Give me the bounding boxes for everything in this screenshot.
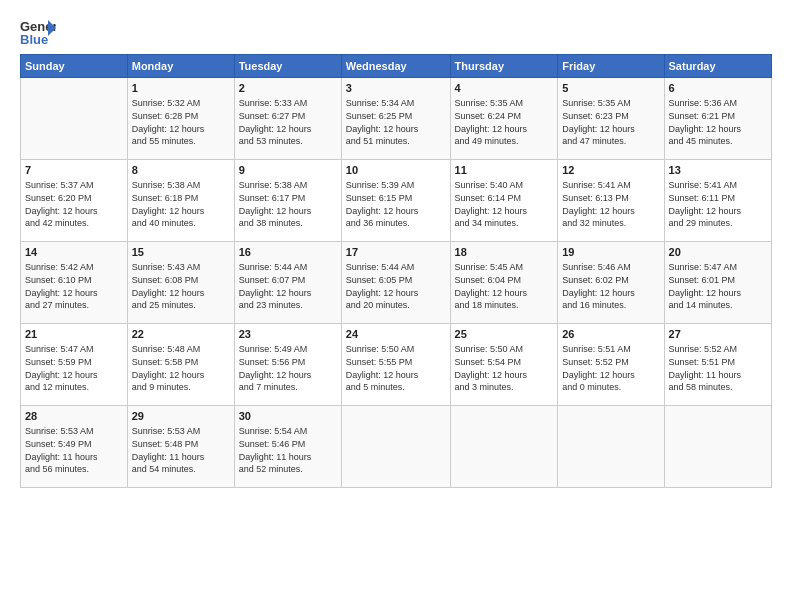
day-number: 29 <box>132 409 230 424</box>
calendar-cell: 14Sunrise: 5:42 AMSunset: 6:10 PMDayligh… <box>21 242 128 324</box>
day-number: 4 <box>455 81 554 96</box>
calendar-cell: 5Sunrise: 5:35 AMSunset: 6:23 PMDaylight… <box>558 78 664 160</box>
calendar-cell: 18Sunrise: 5:45 AMSunset: 6:04 PMDayligh… <box>450 242 558 324</box>
calendar-cell: 30Sunrise: 5:54 AMSunset: 5:46 PMDayligh… <box>234 406 341 488</box>
calendar-cell: 6Sunrise: 5:36 AMSunset: 6:21 PMDaylight… <box>664 78 771 160</box>
page: General Blue SundayMondayTuesdayWednesda… <box>0 0 792 612</box>
weekday-header: Friday <box>558 55 664 78</box>
calendar-cell: 11Sunrise: 5:40 AMSunset: 6:14 PMDayligh… <box>450 160 558 242</box>
calendar-cell <box>450 406 558 488</box>
calendar-cell: 10Sunrise: 5:39 AMSunset: 6:15 PMDayligh… <box>341 160 450 242</box>
calendar-cell: 3Sunrise: 5:34 AMSunset: 6:25 PMDaylight… <box>341 78 450 160</box>
day-number: 20 <box>669 245 767 260</box>
weekday-header: Sunday <box>21 55 128 78</box>
calendar-cell: 7Sunrise: 5:37 AMSunset: 6:20 PMDaylight… <box>21 160 128 242</box>
calendar-cell: 1Sunrise: 5:32 AMSunset: 6:28 PMDaylight… <box>127 78 234 160</box>
day-number: 16 <box>239 245 337 260</box>
calendar-cell: 29Sunrise: 5:53 AMSunset: 5:48 PMDayligh… <box>127 406 234 488</box>
calendar-cell: 23Sunrise: 5:49 AMSunset: 5:56 PMDayligh… <box>234 324 341 406</box>
calendar-cell <box>664 406 771 488</box>
day-number: 10 <box>346 163 446 178</box>
calendar-cell: 19Sunrise: 5:46 AMSunset: 6:02 PMDayligh… <box>558 242 664 324</box>
calendar-cell: 21Sunrise: 5:47 AMSunset: 5:59 PMDayligh… <box>21 324 128 406</box>
calendar-cell: 27Sunrise: 5:52 AMSunset: 5:51 PMDayligh… <box>664 324 771 406</box>
day-number: 3 <box>346 81 446 96</box>
calendar-cell: 13Sunrise: 5:41 AMSunset: 6:11 PMDayligh… <box>664 160 771 242</box>
calendar-cell <box>558 406 664 488</box>
day-number: 19 <box>562 245 659 260</box>
day-number: 23 <box>239 327 337 342</box>
day-number: 1 <box>132 81 230 96</box>
day-number: 2 <box>239 81 337 96</box>
day-number: 9 <box>239 163 337 178</box>
day-number: 27 <box>669 327 767 342</box>
weekday-header: Saturday <box>664 55 771 78</box>
calendar-cell: 2Sunrise: 5:33 AMSunset: 6:27 PMDaylight… <box>234 78 341 160</box>
weekday-header: Tuesday <box>234 55 341 78</box>
day-number: 5 <box>562 81 659 96</box>
day-number: 24 <box>346 327 446 342</box>
weekday-header: Wednesday <box>341 55 450 78</box>
day-number: 13 <box>669 163 767 178</box>
day-number: 17 <box>346 245 446 260</box>
calendar-cell: 16Sunrise: 5:44 AMSunset: 6:07 PMDayligh… <box>234 242 341 324</box>
day-number: 6 <box>669 81 767 96</box>
calendar-cell: 4Sunrise: 5:35 AMSunset: 6:24 PMDaylight… <box>450 78 558 160</box>
logo: General Blue <box>20 18 56 46</box>
weekday-header: Thursday <box>450 55 558 78</box>
calendar-cell: 15Sunrise: 5:43 AMSunset: 6:08 PMDayligh… <box>127 242 234 324</box>
day-number: 11 <box>455 163 554 178</box>
header: General Blue <box>20 18 772 46</box>
calendar-cell: 12Sunrise: 5:41 AMSunset: 6:13 PMDayligh… <box>558 160 664 242</box>
calendar-cell: 28Sunrise: 5:53 AMSunset: 5:49 PMDayligh… <box>21 406 128 488</box>
calendar-cell: 24Sunrise: 5:50 AMSunset: 5:55 PMDayligh… <box>341 324 450 406</box>
calendar-table: SundayMondayTuesdayWednesdayThursdayFrid… <box>20 54 772 488</box>
calendar-cell: 9Sunrise: 5:38 AMSunset: 6:17 PMDaylight… <box>234 160 341 242</box>
calendar-cell: 20Sunrise: 5:47 AMSunset: 6:01 PMDayligh… <box>664 242 771 324</box>
logo-icon: General Blue <box>20 18 56 46</box>
day-number: 25 <box>455 327 554 342</box>
calendar-cell: 22Sunrise: 5:48 AMSunset: 5:58 PMDayligh… <box>127 324 234 406</box>
day-number: 28 <box>25 409 123 424</box>
day-number: 12 <box>562 163 659 178</box>
day-number: 30 <box>239 409 337 424</box>
svg-text:Blue: Blue <box>20 32 48 46</box>
day-number: 14 <box>25 245 123 260</box>
day-number: 21 <box>25 327 123 342</box>
day-number: 22 <box>132 327 230 342</box>
day-number: 26 <box>562 327 659 342</box>
day-number: 18 <box>455 245 554 260</box>
calendar-cell: 25Sunrise: 5:50 AMSunset: 5:54 PMDayligh… <box>450 324 558 406</box>
weekday-header: Monday <box>127 55 234 78</box>
calendar-cell <box>21 78 128 160</box>
calendar-cell: 26Sunrise: 5:51 AMSunset: 5:52 PMDayligh… <box>558 324 664 406</box>
day-number: 8 <box>132 163 230 178</box>
calendar-cell <box>341 406 450 488</box>
calendar-cell: 17Sunrise: 5:44 AMSunset: 6:05 PMDayligh… <box>341 242 450 324</box>
day-number: 7 <box>25 163 123 178</box>
calendar-cell: 8Sunrise: 5:38 AMSunset: 6:18 PMDaylight… <box>127 160 234 242</box>
day-number: 15 <box>132 245 230 260</box>
